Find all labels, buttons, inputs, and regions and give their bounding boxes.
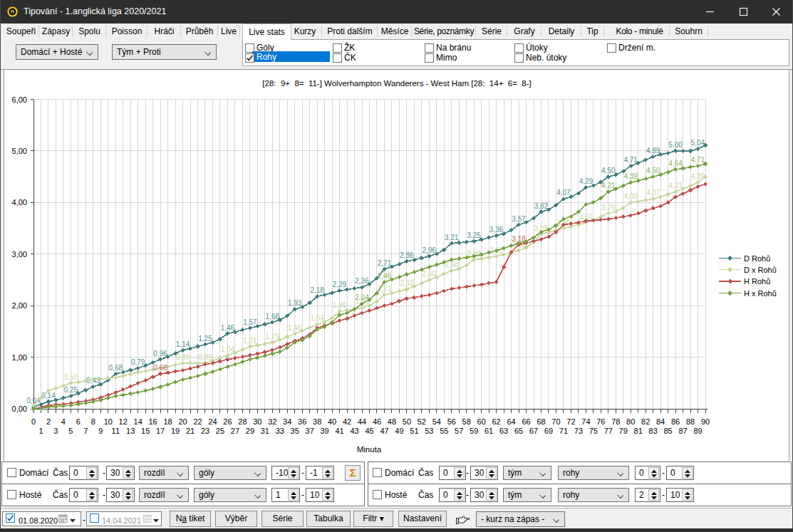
svg-text:1,00: 1,00: [12, 353, 27, 362]
svg-text:63: 63: [499, 427, 508, 435]
svg-text:4,00: 4,00: [623, 192, 638, 200]
svg-text:H Rohů: H Rohů: [744, 277, 770, 286]
svg-text:5: 5: [68, 427, 73, 435]
svg-text:2,50: 2,50: [423, 270, 437, 278]
svg-text:58: 58: [462, 417, 471, 426]
svg-text:1,46: 1,46: [288, 324, 302, 332]
svg-text:0,25: 0,25: [64, 386, 78, 394]
svg-text:4,89: 4,89: [646, 147, 660, 155]
svg-text:3,82: 3,82: [534, 202, 549, 210]
svg-text:28: 28: [238, 417, 247, 426]
svg-text:1,14: 1,14: [176, 340, 190, 348]
svg-text:2: 2: [46, 417, 51, 426]
svg-text:0,68: 0,68: [153, 364, 167, 372]
svg-text:43: 43: [350, 427, 358, 435]
svg-text:45: 45: [365, 427, 373, 435]
svg-text:1,04: 1,04: [221, 345, 235, 353]
svg-text:90: 90: [701, 417, 710, 426]
svg-text:31: 31: [261, 427, 269, 435]
svg-text:1: 1: [38, 427, 43, 435]
svg-text:17: 17: [156, 427, 165, 435]
svg-text:0,89: 0,89: [176, 353, 190, 361]
svg-text:0,00: 0,00: [12, 405, 27, 413]
svg-text:61: 61: [484, 427, 493, 435]
svg-text:81: 81: [634, 427, 643, 435]
svg-text:76: 76: [596, 417, 605, 426]
svg-text:6,00: 6,00: [12, 95, 27, 104]
svg-text:38: 38: [313, 417, 321, 426]
svg-text:53: 53: [425, 427, 433, 435]
svg-text:46: 46: [373, 417, 381, 426]
svg-text:48: 48: [388, 417, 396, 426]
svg-text:79: 79: [619, 427, 628, 435]
svg-text:24: 24: [208, 417, 217, 426]
svg-text:82: 82: [641, 417, 650, 426]
svg-text:1,68: 1,68: [266, 313, 280, 320]
svg-text:2,86: 2,86: [400, 251, 414, 259]
svg-text:1,89: 1,89: [333, 301, 347, 309]
svg-text:4,21: 4,21: [668, 182, 683, 189]
svg-text:27: 27: [231, 427, 239, 435]
svg-text:15: 15: [141, 427, 150, 435]
svg-text:47: 47: [380, 427, 388, 435]
svg-text:4,07: 4,07: [556, 189, 571, 197]
svg-text:12: 12: [119, 417, 128, 426]
svg-text:7: 7: [83, 427, 88, 435]
svg-text:54: 54: [432, 417, 441, 426]
svg-text:4,71: 4,71: [691, 156, 705, 164]
svg-text:69: 69: [544, 427, 553, 435]
svg-text:80: 80: [626, 417, 635, 426]
svg-text:42: 42: [343, 417, 351, 426]
svg-text:0,96: 0,96: [153, 350, 167, 358]
svg-text:4,50: 4,50: [646, 167, 660, 174]
svg-text:5,00: 5,00: [12, 147, 27, 155]
svg-text:1,93: 1,93: [288, 299, 302, 307]
svg-text:19: 19: [171, 427, 180, 435]
svg-text:32: 32: [268, 417, 276, 426]
svg-text:25: 25: [216, 427, 224, 435]
svg-text:5,00: 5,00: [668, 141, 683, 149]
svg-text:2,96: 2,96: [423, 246, 437, 254]
svg-text:2,46: 2,46: [378, 272, 392, 280]
svg-text:D x Rohů: D x Rohů: [744, 266, 777, 274]
svg-text:3,36: 3,36: [489, 226, 504, 234]
svg-text:10: 10: [104, 417, 113, 426]
svg-text:23: 23: [201, 427, 209, 435]
svg-text:1,64: 1,64: [310, 314, 324, 322]
svg-text:52: 52: [418, 417, 426, 426]
svg-text:2,32: 2,32: [400, 279, 414, 287]
svg-text:5,04: 5,04: [691, 139, 705, 147]
svg-text:66: 66: [522, 417, 530, 426]
svg-text:Minuta: Minuta: [357, 445, 382, 454]
svg-text:56: 56: [447, 417, 456, 426]
svg-text:9: 9: [98, 427, 103, 435]
svg-text:49: 49: [395, 427, 403, 435]
svg-text:4,21: 4,21: [601, 182, 616, 189]
svg-text:62: 62: [492, 417, 500, 426]
svg-text:26: 26: [223, 417, 232, 426]
svg-text:8: 8: [91, 417, 95, 426]
svg-text:1,25: 1,25: [198, 335, 212, 343]
svg-text:65: 65: [514, 427, 523, 435]
svg-text:0,79: 0,79: [131, 358, 145, 366]
svg-text:4,07: 4,07: [646, 189, 660, 197]
svg-text:0,68: 0,68: [109, 364, 123, 372]
svg-text:2,04: 2,04: [355, 293, 369, 301]
svg-text:21: 21: [186, 427, 195, 435]
svg-text:4,00: 4,00: [12, 198, 27, 207]
svg-text:89: 89: [693, 427, 702, 435]
svg-text:84: 84: [656, 417, 665, 426]
svg-text:6: 6: [76, 417, 81, 426]
svg-text:4,39: 4,39: [691, 172, 705, 180]
svg-text:2,71: 2,71: [378, 259, 392, 267]
svg-text:2,36: 2,36: [355, 277, 369, 285]
svg-text:22: 22: [193, 417, 202, 426]
svg-text:D Rohů: D Rohů: [744, 254, 770, 263]
svg-text:39: 39: [320, 427, 328, 435]
svg-text:83: 83: [649, 427, 658, 435]
svg-text:0,89: 0,89: [198, 353, 212, 361]
svg-text:4,39: 4,39: [623, 172, 638, 180]
svg-text:72: 72: [566, 417, 575, 426]
svg-text:3,00: 3,00: [12, 250, 27, 259]
svg-text:70: 70: [551, 417, 560, 426]
